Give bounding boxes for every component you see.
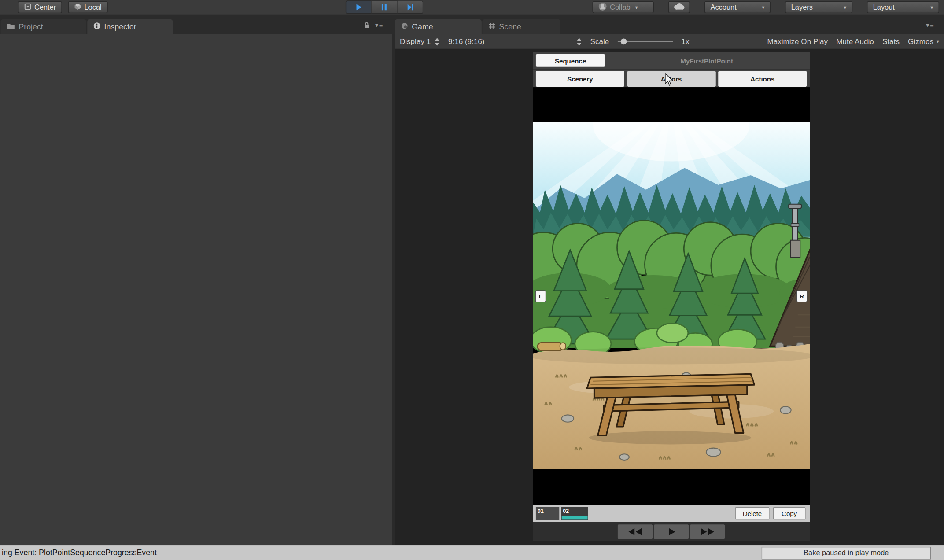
gizmos-button[interactable]: Gizmos ▾ bbox=[908, 37, 939, 46]
stats-button[interactable]: Stats bbox=[882, 37, 900, 46]
actions-button[interactable]: Actions bbox=[718, 71, 807, 87]
play-button[interactable] bbox=[346, 0, 372, 14]
plot-tab-buttons: Scenery Actors Actions bbox=[533, 69, 810, 87]
unity-editor: Center Local bbox=[0, 0, 944, 560]
game-panel-menu-icon[interactable]: ▾≡ bbox=[926, 22, 934, 28]
frame-02-chip[interactable]: 02 bbox=[561, 507, 588, 520]
scene-grid-icon bbox=[488, 22, 495, 32]
pause-icon bbox=[380, 3, 388, 11]
scale-slider[interactable] bbox=[617, 37, 673, 46]
layers-label: Layers bbox=[791, 3, 813, 11]
display-dropdown[interactable]: Display 1 bbox=[400, 37, 440, 46]
rewind-button[interactable] bbox=[618, 524, 653, 539]
tab-inspector-label: Inspector bbox=[104, 22, 136, 32]
frame-timeline: 01 02 Delete Copy bbox=[533, 505, 810, 522]
chevron-down-icon: ▾ bbox=[937, 39, 939, 45]
step-icon bbox=[406, 3, 414, 11]
scale-slider-knob[interactable] bbox=[620, 39, 627, 45]
chevron-down-icon: ▾ bbox=[762, 4, 764, 11]
aspect-dropdown[interactable]: 9:16 (9:16) bbox=[448, 37, 582, 46]
inspector-menu-icon[interactable]: ▾≡ bbox=[375, 22, 383, 28]
collab-button[interactable]: Collab ▾ bbox=[592, 1, 653, 13]
pane-divider[interactable] bbox=[392, 34, 395, 545]
fast-forward-icon bbox=[700, 527, 715, 535]
account-button[interactable]: Account ▾ bbox=[704, 1, 771, 13]
fast-forward-button[interactable] bbox=[690, 524, 725, 539]
chevron-down-icon: ▾ bbox=[844, 4, 846, 11]
scale-value: 1x bbox=[681, 37, 689, 46]
main-area: Display 1 9:16 (9:16) Scale 1x Maximize … bbox=[0, 34, 944, 545]
scenery-button[interactable]: Scenery bbox=[536, 71, 624, 87]
chevron-down-icon: ▾ bbox=[635, 4, 638, 11]
pivot-local-button[interactable]: Local bbox=[68, 1, 108, 13]
collab-avatar-icon bbox=[598, 2, 607, 12]
maximize-on-play-button[interactable]: Maximize On Play bbox=[767, 37, 828, 46]
tab-inspector[interactable]: Inspector bbox=[87, 19, 173, 34]
delete-button[interactable]: Delete bbox=[735, 507, 770, 520]
game-render-area: Sequence MyFirstPlotPoint Scenery Actors… bbox=[395, 49, 944, 545]
copy-button[interactable]: Copy bbox=[773, 507, 806, 520]
actors-button[interactable]: Actors bbox=[627, 71, 715, 87]
gizmos-label: Gizmos bbox=[908, 37, 933, 46]
mute-audio-button[interactable]: Mute Audio bbox=[836, 37, 874, 46]
cloud-button[interactable] bbox=[668, 1, 690, 13]
status-bar[interactable]: ing Event: PlotPointSequenceProgressEven… bbox=[0, 545, 944, 560]
frame-02-label: 02 bbox=[563, 508, 569, 514]
game-scene-art bbox=[533, 122, 810, 469]
layout-button[interactable]: Layout ▾ bbox=[867, 1, 939, 13]
lock-icon[interactable] bbox=[364, 22, 370, 29]
tab-scene[interactable]: Scene bbox=[482, 19, 560, 34]
tab-scene-label: Scene bbox=[499, 22, 521, 32]
pivot-local-label: Local bbox=[84, 3, 101, 11]
letterbox-bottom bbox=[533, 469, 810, 505]
main-toolbar: Center Local bbox=[0, 0, 944, 15]
game-view-toolbar: Display 1 9:16 (9:16) Scale 1x Maximize … bbox=[395, 34, 944, 49]
tab-game-label: Game bbox=[412, 22, 433, 32]
frame-progress-bar bbox=[562, 516, 588, 519]
updown-caret-icon bbox=[577, 37, 582, 45]
cloud-icon bbox=[672, 2, 686, 12]
play-frame-icon bbox=[664, 527, 679, 535]
toolbar-right-group: Collab ▾ Account ▾ Layers ▾ Layout ▾ bbox=[592, 1, 939, 13]
nav-left-button[interactable]: L bbox=[535, 290, 546, 302]
pivot-controls: Center Local bbox=[18, 1, 107, 13]
tab-game[interactable]: Game bbox=[395, 19, 482, 34]
chevron-down-icon: ▾ bbox=[930, 4, 933, 11]
frame-01-chip[interactable]: 01 bbox=[536, 507, 559, 520]
game-view-panel: Display 1 9:16 (9:16) Scale 1x Maximize … bbox=[395, 34, 944, 545]
sequence-bar: Sequence MyFirstPlotPoint bbox=[533, 52, 810, 70]
game-viewport[interactable]: Sequence MyFirstPlotPoint Scenery Actors… bbox=[533, 52, 810, 541]
plot-point-title: MyFirstPlotPoint bbox=[681, 57, 733, 64]
play-controls bbox=[346, 0, 423, 14]
wooden-table bbox=[587, 374, 754, 444]
nav-right-button[interactable]: R bbox=[796, 290, 808, 302]
play-icon bbox=[354, 3, 363, 11]
collab-label: Collab bbox=[610, 3, 631, 11]
aspect-dropdown-label: 9:16 (9:16) bbox=[448, 37, 485, 46]
pivot-icon bbox=[24, 3, 31, 12]
rewind-icon bbox=[627, 527, 643, 535]
scale-label: Scale bbox=[590, 37, 609, 46]
axis-cube-icon bbox=[74, 3, 81, 12]
pivot-center-label: Center bbox=[34, 3, 56, 11]
tab-project[interactable]: Project bbox=[0, 19, 86, 34]
game-tab-icon bbox=[401, 22, 408, 32]
play-frame-button[interactable] bbox=[654, 524, 689, 539]
updown-caret-icon bbox=[435, 37, 440, 45]
frame-01-label: 01 bbox=[538, 508, 544, 514]
account-label: Account bbox=[710, 3, 736, 11]
scene-canvas[interactable]: L R bbox=[533, 122, 810, 469]
layers-button[interactable]: Layers ▾ bbox=[785, 1, 852, 13]
pivot-center-button[interactable]: Center bbox=[18, 1, 62, 13]
step-button[interactable] bbox=[397, 0, 423, 14]
bake-notice: Bake paused in play mode bbox=[762, 547, 931, 560]
tab-strip: Project Inspector ▾≡ Game Scene ▾≡ bbox=[0, 15, 944, 34]
display-dropdown-label: Display 1 bbox=[400, 37, 431, 46]
sequence-button[interactable]: Sequence bbox=[536, 54, 605, 67]
transport-bar bbox=[533, 522, 810, 541]
status-message[interactable]: ing Event: PlotPointSequenceProgressEven… bbox=[2, 548, 157, 557]
pause-button[interactable] bbox=[372, 0, 398, 14]
inspector-panel bbox=[0, 34, 392, 545]
tab-project-label: Project bbox=[18, 22, 43, 32]
info-icon bbox=[93, 22, 100, 32]
